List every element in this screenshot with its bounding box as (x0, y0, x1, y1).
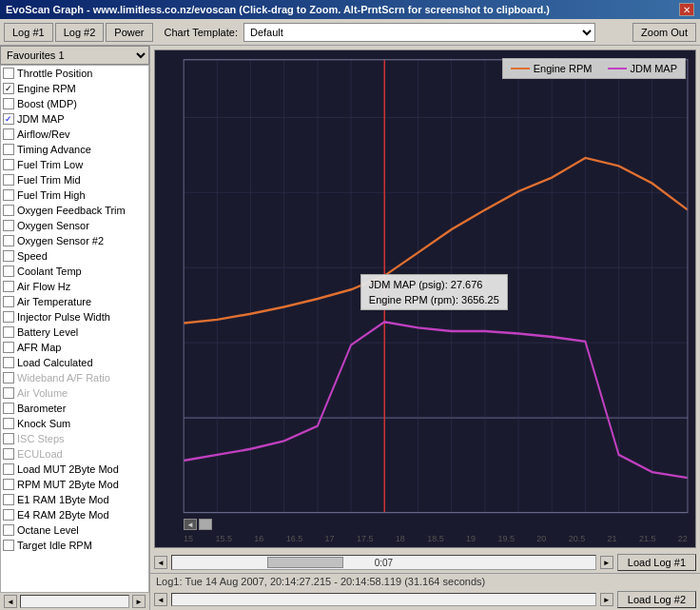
sidebar-checkbox[interactable] (3, 524, 14, 536)
sidebar-checkbox[interactable] (3, 372, 14, 384)
x-axis-label: 21.5 (639, 534, 656, 543)
sidebar-item[interactable]: E4 RAM 2Byte Mod (1, 507, 148, 522)
sidebar-checkbox[interactable] (3, 220, 14, 231)
template-area: Chart Template: Default (165, 23, 595, 42)
sidebar-checkbox[interactable] (3, 494, 14, 505)
sidebar-item[interactable]: Load Calculated (1, 355, 148, 370)
sidebar-item[interactable]: Oxygen Sensor #2 (1, 233, 148, 248)
sidebar-checkbox[interactable] (3, 357, 14, 368)
sidebar-item[interactable]: Injector Pulse Width (1, 309, 148, 325)
scroll-time: 0:07 (375, 558, 393, 568)
sidebar-checkbox[interactable] (3, 479, 14, 490)
sidebar-item[interactable]: Engine RPM (1, 81, 148, 96)
sidebar-scroll-right[interactable]: ► (132, 595, 146, 608)
log1-button[interactable]: Log #1 (4, 23, 53, 42)
sidebar-checkbox[interactable] (3, 540, 14, 551)
sidebar-item[interactable]: Wideband A/F Ratio (1, 370, 148, 385)
sidebar-checkbox[interactable] (3, 311, 14, 323)
chart-container[interactable]: 1515.51616.51717.51818.51919.52020.52121… (154, 49, 696, 548)
sidebar-checkbox[interactable] (3, 250, 14, 262)
sidebar-item[interactable]: Coolant Temp (1, 264, 148, 279)
sidebar-checkbox[interactable] (3, 342, 14, 353)
sidebar-checkbox[interactable] (3, 266, 14, 277)
sidebar-item[interactable]: AFR Map (1, 340, 148, 355)
sidebar-item[interactable]: Airflow/Rev (1, 127, 148, 142)
sidebar-item-label: Timing Advance (17, 144, 91, 155)
legend-line (511, 68, 530, 69)
sidebar-checkbox[interactable] (3, 235, 14, 246)
sidebar-item[interactable]: Knock Sum (1, 416, 148, 431)
sidebar-checkbox[interactable] (3, 281, 14, 292)
sidebar-item-label: Fuel Trim Mid (17, 174, 81, 186)
log2-button[interactable]: Log #2 (55, 23, 105, 42)
sidebar-item-label: Wideband A/F Ratio (17, 372, 110, 384)
sidebar-item[interactable]: Oxygen Feedback Trim (1, 203, 148, 218)
x-axis-label: 16.5 (286, 534, 303, 543)
sidebar-item[interactable]: Speed (1, 248, 148, 264)
sidebar-item[interactable]: Target Idle RPM (1, 538, 148, 553)
sidebar-checkbox[interactable] (3, 128, 14, 140)
sidebar-checkbox[interactable] (3, 98, 14, 109)
sidebar-item[interactable]: Air Flow Hz (1, 279, 148, 294)
sidebar-checkbox[interactable] (3, 326, 14, 338)
hscroll-track[interactable] (171, 593, 596, 606)
sidebar-item[interactable]: Air Volume (1, 385, 148, 401)
sidebar-checkbox[interactable] (3, 418, 14, 429)
zoom-out-button[interactable]: Zoom Out (632, 23, 696, 42)
sidebar-checkbox[interactable] (3, 144, 14, 155)
sidebar-checkbox[interactable] (3, 189, 14, 201)
sidebar-item[interactable]: Load MUT 2Byte Mod (1, 462, 148, 477)
hscroll-right-btn[interactable]: ► (600, 593, 613, 606)
sidebar-item[interactable]: Fuel Trim Low (1, 157, 148, 172)
sidebar-item[interactable]: Barometer (1, 401, 148, 416)
sidebar-item[interactable]: ECULoad (1, 446, 148, 462)
scroll-right-btn[interactable]: ► (600, 556, 613, 569)
load-log1-button[interactable]: Load Log #1 (617, 554, 696, 571)
sidebar-item-label: Injector Pulse Width (17, 311, 110, 323)
sidebar-item[interactable]: Fuel Trim High (1, 187, 148, 203)
sidebar-checkbox[interactable] (3, 113, 14, 125)
sidebar-item[interactable]: Boost (MDP) (1, 96, 148, 111)
template-select[interactable]: Default (243, 23, 595, 42)
sidebar-item[interactable]: Throttle Position (1, 66, 148, 81)
sidebar-checkbox[interactable] (3, 463, 14, 475)
sidebar-item[interactable]: JDM MAP (1, 111, 148, 127)
sidebar-item-label: Air Flow Hz (17, 281, 70, 292)
sidebar-item[interactable]: Octane Level (1, 522, 148, 538)
sidebar-checkbox[interactable] (3, 403, 14, 414)
sidebar-item[interactable]: E1 RAM 1Byte Mod (1, 492, 148, 507)
x-axis: 1515.51616.51717.51818.51919.52020.52121… (184, 534, 688, 543)
sidebar-checkbox[interactable] (3, 83, 14, 94)
sidebar-item-label: Boost (MDP) (17, 98, 77, 109)
scroll-track[interactable]: 0:07 (171, 555, 596, 570)
sidebar-checkbox[interactable] (3, 159, 14, 170)
x-axis-label: 20 (536, 534, 546, 543)
title-bar: EvoScan Graph - www.limitless.co.nz/evos… (0, 0, 700, 19)
sidebar-item-label: Octane Level (17, 524, 79, 536)
sidebar-item[interactable]: Fuel Trim Mid (1, 172, 148, 187)
sidebar-checkbox[interactable] (3, 174, 14, 186)
sidebar-checkbox[interactable] (3, 68, 14, 79)
sidebar-scroll-left[interactable]: ◄ (4, 595, 17, 608)
sidebar-item[interactable]: Battery Level (1, 325, 148, 340)
sidebar-checkbox[interactable] (3, 509, 14, 521)
scroll-left-btn[interactable]: ◄ (154, 556, 167, 569)
close-button[interactable]: ✕ (679, 3, 694, 16)
sidebar-item[interactable]: Timing Advance (1, 142, 148, 157)
sidebar-checkbox[interactable] (3, 448, 14, 460)
load-log2-button[interactable]: Load Log #2 (617, 591, 696, 608)
scroll-thumb[interactable] (267, 557, 343, 568)
sidebar-item[interactable]: Oxygen Sensor (1, 218, 148, 233)
sidebar-hscroll-track[interactable] (20, 595, 129, 608)
sidebar-item[interactable]: RPM MUT 2Byte Mod (1, 477, 148, 492)
hscroll-left-btn[interactable]: ◄ (154, 593, 167, 606)
favourites-dropdown[interactable]: Favourites 1 (0, 46, 149, 65)
sidebar-checkbox[interactable] (3, 433, 14, 444)
sidebar-item-label: Barometer (17, 403, 66, 414)
sidebar-checkbox[interactable] (3, 296, 14, 307)
sidebar-checkbox[interactable] (3, 387, 14, 399)
power-button[interactable]: Power (106, 23, 152, 42)
sidebar-checkbox[interactable] (3, 205, 14, 216)
sidebar-item[interactable]: ISC Steps (1, 431, 148, 446)
sidebar-item[interactable]: Air Temperature (1, 294, 148, 309)
